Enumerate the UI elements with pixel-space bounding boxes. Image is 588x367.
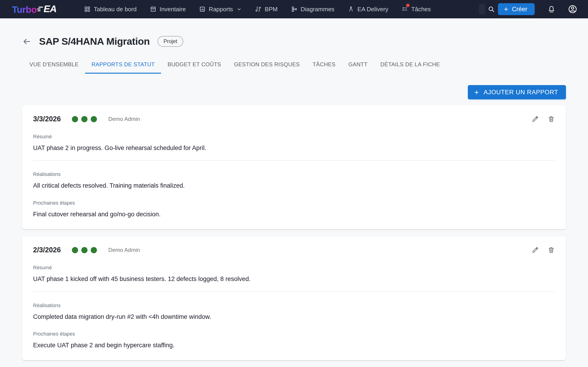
section-text-achievements: All critical defects resolved. Training … xyxy=(33,182,555,189)
section-label-achievements: Réalisations xyxy=(33,171,555,177)
create-button[interactable]: + Créer xyxy=(498,3,535,15)
tab-budget-costs[interactable]: BUDGET ET COÛTS xyxy=(161,56,227,74)
tab-risk-management[interactable]: GESTION DES RISQUES xyxy=(228,56,306,74)
report-actions xyxy=(531,246,555,254)
report-author: Demo Admin xyxy=(108,116,140,122)
add-report-button[interactable]: + AJOUTER UN RAPPORT xyxy=(468,85,566,99)
nav-item-ea-delivery[interactable]: EA Delivery xyxy=(348,6,388,13)
logo-turbo-text: Turbo xyxy=(12,5,37,15)
tab-tasks[interactable]: TÂCHES xyxy=(306,56,342,74)
notification-dot xyxy=(406,4,409,7)
card-divider xyxy=(33,292,555,292)
section-text-summary: UAT phase 2 in progress. Go-live rehears… xyxy=(33,144,555,152)
nav-label: BPM xyxy=(265,6,277,13)
notifications-bell-icon[interactable] xyxy=(548,5,555,13)
nav-item-inventory[interactable]: Inventaire xyxy=(150,6,186,13)
report-header: 2/3/2026 Demo Admin xyxy=(33,246,555,254)
create-button-label: Créer xyxy=(512,6,527,13)
tab-gantt[interactable]: GANTT xyxy=(342,56,374,74)
back-arrow-icon[interactable] xyxy=(22,37,31,46)
tab-bar: VUE D'ENSEMBLE RAPPORTS DE STATUT BUDGET… xyxy=(23,56,566,74)
nav-item-diagrams[interactable]: Diagrammes xyxy=(291,6,334,13)
page-content: SAP S/4HANA Migration Projet VUE D'ENSEM… xyxy=(0,36,588,360)
nav-item-bpm[interactable]: BPM xyxy=(255,6,277,13)
plus-icon: + xyxy=(504,6,508,13)
section-label-summary: Résumé xyxy=(33,134,555,140)
report-date: 2/3/2026 xyxy=(33,246,61,254)
nav-label: Rapports xyxy=(209,6,233,13)
page-title: SAP S/4HANA Migration xyxy=(39,36,150,47)
nav-item-reports[interactable]: Rapports xyxy=(199,6,242,13)
status-dot-green xyxy=(81,116,87,122)
section-label-achievements: Réalisations xyxy=(33,302,555,309)
search-icon[interactable] xyxy=(488,6,495,13)
dashboard-icon xyxy=(84,6,90,12)
edit-pencil-icon[interactable] xyxy=(531,246,539,254)
tab-record-details[interactable]: DÉTAILS DE LA FICHE xyxy=(374,56,446,74)
status-dot-green xyxy=(91,247,97,253)
edit-pencil-icon[interactable] xyxy=(531,115,539,123)
nav-label: Tâches xyxy=(411,6,431,13)
section-label-summary: Résumé xyxy=(33,265,555,271)
nav-label: EA Delivery xyxy=(357,6,388,13)
account-avatar-icon[interactable] xyxy=(568,4,578,14)
ea-delivery-icon xyxy=(348,6,354,12)
tab-overview[interactable]: VUE D'ENSEMBLE xyxy=(23,56,85,74)
status-report-card: 3/3/2026 Demo Admin xyxy=(22,105,566,229)
main-nav: Tableau de bord Inventaire Rapports BPM xyxy=(84,6,431,13)
card-divider xyxy=(33,160,555,161)
nav-label: Inventaire xyxy=(160,6,186,13)
section-text-next-steps: Final cutover rehearsal and go/no-go dec… xyxy=(33,211,555,218)
logo-ea-text: EA xyxy=(44,3,57,15)
tab-status-reports[interactable]: RAPPORTS DE STATUT xyxy=(85,56,161,74)
report-author: Demo Admin xyxy=(108,247,140,253)
report-date: 3/3/2026 xyxy=(33,115,61,123)
section-text-achievements: Completed data migration dry-run #2 with… xyxy=(33,313,555,320)
section-text-summary: UAT phase 1 kicked off with 45 business … xyxy=(33,275,555,283)
navbar-right: + Créer xyxy=(479,3,578,15)
project-type-badge: Projet xyxy=(157,36,183,47)
nav-item-dashboard[interactable]: Tableau de bord xyxy=(84,6,137,13)
section-text-next-steps: Execute UAT phase 2 and begin hypercare … xyxy=(33,342,555,349)
bpm-icon xyxy=(255,6,261,12)
status-dot-green xyxy=(72,247,78,253)
delete-trash-icon[interactable] xyxy=(548,246,555,254)
diagrams-icon xyxy=(291,6,297,12)
section-label-next-steps: Prochaines étapes xyxy=(33,200,555,206)
status-dot-green xyxy=(81,247,87,253)
status-dot-green xyxy=(91,116,97,122)
nav-label: Tableau de bord xyxy=(94,6,137,13)
nav-label: Diagrammes xyxy=(301,6,334,13)
section-label-next-steps: Prochaines étapes xyxy=(33,331,555,337)
page-header: SAP S/4HANA Migration Projet xyxy=(22,36,566,47)
inventory-icon xyxy=(150,6,156,12)
plus-icon: + xyxy=(474,88,479,96)
chevron-down-icon xyxy=(237,7,242,12)
search-input[interactable] xyxy=(479,4,485,15)
status-dots xyxy=(72,247,97,253)
actions-row: + AJOUTER UN RAPPORT xyxy=(22,85,566,99)
status-dots xyxy=(72,116,97,122)
add-report-label: AJOUTER UN RAPPORT xyxy=(484,89,558,96)
report-header: 3/3/2026 Demo Admin xyxy=(33,115,555,123)
app-logo[interactable]: Turbo EA xyxy=(12,3,57,15)
status-report-card: 2/3/2026 Demo Admin xyxy=(22,236,566,360)
reports-icon xyxy=(199,6,206,12)
report-actions xyxy=(531,115,555,123)
status-dot-green xyxy=(72,116,78,122)
nav-item-tasks[interactable]: Tâches xyxy=(401,6,431,13)
delete-trash-icon[interactable] xyxy=(548,115,555,123)
top-navbar: Turbo EA Tableau de bord Inventaire xyxy=(0,0,588,18)
